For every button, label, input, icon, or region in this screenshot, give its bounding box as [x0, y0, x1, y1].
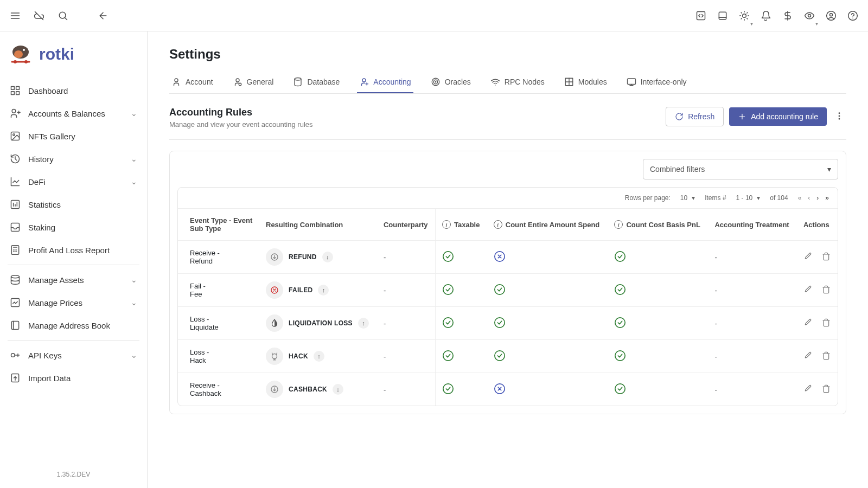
- rows-per-page-select[interactable]: 10 ▾: [680, 194, 695, 202]
- grid-icon: [10, 85, 21, 96]
- version-label: 1.35.2.DEV: [0, 461, 147, 488]
- currency-icon[interactable]: [781, 9, 794, 22]
- section-title: Accounting Rules: [169, 107, 313, 118]
- refresh-button[interactable]: Refresh: [666, 107, 724, 126]
- tab-accounting[interactable]: Accounting: [357, 72, 413, 93]
- logo: rotki: [0, 42, 147, 79]
- svg-point-57: [443, 383, 453, 393]
- svg-point-17: [12, 110, 16, 113]
- svg-rect-13: [11, 87, 15, 90]
- tab-database[interactable]: Database: [291, 72, 342, 93]
- svg-point-55: [615, 350, 625, 360]
- info-icon[interactable]: i: [442, 220, 451, 229]
- tab-general[interactable]: General: [231, 72, 276, 93]
- delete-icon[interactable]: [822, 285, 831, 296]
- info-icon[interactable]: i: [494, 220, 502, 229]
- check-icon: [442, 383, 454, 395]
- svg-rect-16: [16, 92, 20, 95]
- sidebar: rotki Dashboard Accounts & Balances ⌄ NF…: [0, 31, 148, 488]
- delete-icon[interactable]: [822, 351, 831, 362]
- col-actions: Actions: [797, 209, 838, 241]
- svg-point-31: [295, 78, 301, 81]
- sidebar-item-defi[interactable]: DeFi ⌄: [0, 170, 147, 193]
- import-icon: [10, 373, 21, 383]
- page-range-select[interactable]: 1 - 10 ▾: [736, 194, 761, 202]
- check-icon: [494, 284, 506, 296]
- edit-icon[interactable]: [803, 384, 812, 395]
- back-icon[interactable]: [97, 9, 110, 22]
- tab-interface-only[interactable]: Interface-only: [624, 72, 689, 93]
- settings-tabs: Account General Database Accounting Orac…: [169, 72, 846, 94]
- edit-icon[interactable]: [803, 318, 812, 329]
- chevron-down-icon: ⌄: [131, 351, 137, 359]
- first-page-icon[interactable]: «: [798, 194, 802, 202]
- table-row: Loss -Liquidate LIQUIDATION LOSS ↑ - -: [178, 307, 838, 340]
- bell-icon[interactable]: [760, 9, 773, 22]
- bar-icon: [10, 199, 21, 210]
- combo-type-icon: [266, 248, 283, 266]
- more-menu-icon[interactable]: [832, 109, 846, 125]
- sidebar-item-dashboard[interactable]: Dashboard: [0, 79, 147, 102]
- edit-icon[interactable]: [803, 351, 812, 362]
- note-icon[interactable]: [716, 9, 729, 22]
- privacy-icon[interactable]: ▾: [803, 9, 816, 22]
- tab-modules[interactable]: Modules: [562, 72, 609, 93]
- svg-rect-1: [697, 11, 705, 20]
- code-icon[interactable]: [694, 9, 707, 22]
- next-page-icon[interactable]: ›: [816, 194, 819, 202]
- edit-icon[interactable]: [803, 285, 812, 296]
- col-combo: Resulting Combination: [259, 209, 377, 241]
- sidebar-item-profit-and-loss-report[interactable]: Profit And Loss Report: [0, 239, 147, 261]
- theme-icon[interactable]: ▾: [738, 9, 751, 22]
- sidebar-item-manage-address-book[interactable]: Manage Address Book: [0, 314, 147, 337]
- info-icon[interactable]: i: [614, 220, 623, 229]
- search-icon[interactable]: [56, 9, 69, 22]
- sidebar-item-history[interactable]: History ⌄: [0, 147, 147, 170]
- svg-point-39: [839, 115, 840, 117]
- svg-point-11: [14, 60, 17, 63]
- svg-point-10: [23, 49, 25, 51]
- check-icon: [614, 350, 626, 362]
- menu-icon[interactable]: [9, 9, 22, 22]
- delete-icon[interactable]: [822, 252, 831, 262]
- sidebar-item-accounts-balances[interactable]: Accounts & Balances ⌄: [0, 102, 147, 125]
- edit-icon[interactable]: [803, 252, 812, 262]
- table-row: Receive -Refund REFUND ↓ - -: [178, 241, 838, 274]
- combo-type-icon: [266, 314, 283, 332]
- inbox-icon: [10, 222, 21, 233]
- svg-point-9: [14, 50, 23, 58]
- sidebar-item-api-keys[interactable]: API Keys ⌄: [0, 344, 147, 367]
- table-row: Loss -Hack HACK ↑ - -: [178, 340, 838, 373]
- help-icon[interactable]: [846, 9, 859, 22]
- add-rule-button[interactable]: Add accounting rule: [729, 107, 827, 126]
- last-page-icon[interactable]: »: [825, 194, 829, 202]
- delete-icon[interactable]: [822, 384, 831, 395]
- sidebar-item-import-data[interactable]: Import Data: [0, 367, 147, 389]
- arrow-up-icon: ↑: [314, 351, 324, 362]
- combined-filters-select[interactable]: Combined filters ▾: [643, 159, 838, 179]
- cloud-off-icon[interactable]: [33, 9, 46, 22]
- book-icon: [10, 320, 21, 331]
- topbar: ▾ ▾: [0, 0, 868, 31]
- user-icon[interactable]: [825, 9, 838, 22]
- svg-point-28: [175, 79, 178, 82]
- check-icon: [442, 251, 454, 262]
- tab-account[interactable]: Account: [169, 72, 215, 93]
- svg-point-54: [495, 350, 505, 360]
- sidebar-item-manage-prices[interactable]: Manage Prices ⌄: [0, 291, 147, 314]
- db-icon: [10, 274, 21, 285]
- prev-page-icon[interactable]: ‹: [808, 194, 810, 202]
- image-icon: [10, 131, 21, 142]
- page-title: Settings: [169, 47, 846, 62]
- svg-point-33: [432, 78, 439, 86]
- check-icon: [442, 317, 454, 329]
- sidebar-item-manage-assets[interactable]: Manage Assets ⌄: [0, 268, 147, 291]
- tab-oracles[interactable]: Oracles: [429, 72, 473, 93]
- tab-rpc-nodes[interactable]: RPC Nodes: [488, 72, 547, 93]
- sidebar-item-staking[interactable]: Staking: [0, 216, 147, 239]
- delete-icon[interactable]: [822, 318, 831, 329]
- chevron-down-icon: ⌄: [131, 109, 137, 118]
- sidebar-item-statistics[interactable]: Statistics: [0, 193, 147, 216]
- sidebar-item-nfts-gallery[interactable]: NFTs Gallery: [0, 125, 147, 147]
- svg-point-19: [13, 134, 15, 136]
